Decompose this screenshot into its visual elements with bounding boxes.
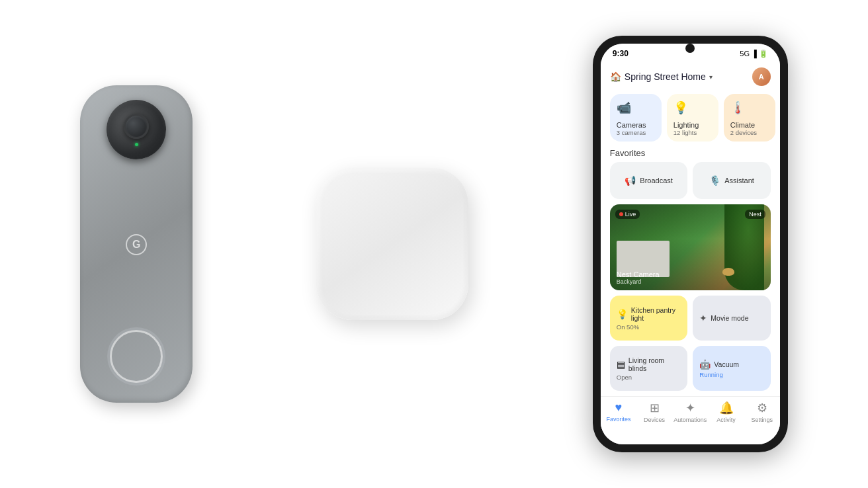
camera-feed[interactable]: Live Nest Nest Camera Backyard [610,204,771,290]
activity-nav-label: Activity [716,417,736,423]
nav-item-settings[interactable]: ⚙ Settings [744,401,780,423]
vacuum-name: Vacuum [714,360,739,368]
vacuum-status: Running [699,371,764,378]
broadcast-shortcut[interactable]: 📢 Broadcast [610,162,688,199]
vacuum-icon: 🤖 [699,359,711,370]
favorites-nav-icon: ♥ [615,401,623,415]
doorbell-middle: G [126,234,147,255]
wifi-hub-wrapper [300,151,485,337]
vacuum-card[interactable]: 🤖 Vacuum Running [693,346,771,391]
google-g-logo: G [126,234,147,255]
avatar[interactable]: A [752,67,771,86]
climate-icon: 🌡️ [730,101,745,115]
nav-item-automations[interactable]: ✦ Automations [672,401,708,423]
movie-mode-card[interactable]: ✦ Movie mode [693,296,771,341]
kitchen-light-name: Kitchen pantry light [631,306,681,322]
scene: G 9:30 5G ▐ 🔋 [0,0,868,488]
devices-nav-label: Devices [644,417,665,423]
cameras-count: 3 cameras [617,129,646,136]
device-row-2: ▤ Living room blinds Open 🤖 Vacuum Runni… [601,346,780,396]
status-icons: 5G ▐ 🔋 [740,50,767,58]
doorbell-camera-housing [107,100,166,159]
broadcast-icon: 📢 [625,175,636,186]
doorbell-camera-lens [124,114,149,139]
sparkle-icon: ✦ [699,313,707,323]
signal-icon: 5G [740,50,750,58]
favorites-section-label: Favorites [601,147,780,162]
assistant-label: Assistant [724,177,754,184]
home-icon: 🏠 [610,71,621,82]
favorites-nav-label: Favorites [606,416,630,423]
doorbell-led [135,143,138,146]
phone-camera-notch [685,44,695,53]
kitchen-light-header: 💡 Kitchen pantry light [617,306,681,322]
blinds-status: Open [617,374,681,381]
climate-label: Climate [730,121,757,129]
doorbell-button-ring[interactable] [110,330,163,383]
home-title[interactable]: 🏠 Spring Street Home ▾ [610,71,713,82]
vacuum-header: 🤖 Vacuum [699,359,764,370]
assistant-shortcut[interactable]: 🎙️ Assistant [693,162,771,199]
category-card-lighting[interactable]: 💡 Lighting 12 lights [667,94,718,142]
activity-nav-icon: 🔔 [719,401,734,415]
nav-item-devices[interactable]: ⊞ Devices [636,401,672,423]
live-dot [619,212,623,216]
cameras-icon: 📹 [617,101,631,115]
movie-mode-header: ✦ Movie mode [699,313,764,323]
status-time: 9:30 [613,49,629,58]
live-text: Live [625,211,636,218]
microphone-icon: 🎙️ [709,175,720,186]
live-badge: Live [615,210,640,219]
category-cards: 📹 Cameras 3 cameras 💡 Lighting 12 lights [601,90,780,147]
dog-decoration [722,268,734,276]
broadcast-label: Broadcast [640,177,673,184]
phone-device: 9:30 5G ▐ 🔋 🏠 Spring Street Home ▾ [593,36,788,452]
kitchen-light-card[interactable]: 💡 Kitchen pantry light On 50% [610,296,688,341]
blinds-card[interactable]: ▤ Living room blinds Open [610,346,688,391]
device-row-1: 💡 Kitchen pantry light On 50% ✦ Movie mo… [601,296,780,346]
battery-icon: 🔋 [759,50,768,58]
app-content: 🏠 Spring Street Home ▾ A 📹 Cameras 3 [601,61,780,444]
nav-item-favorites[interactable]: ♥ Favorites [601,401,636,423]
bottom-nav: ♥ Favorites ⊞ Devices ✦ Automations 🔔 [601,396,780,430]
devices-nav-icon: ⊞ [650,401,660,415]
category-card-cameras[interactable]: 📹 Cameras 3 cameras [610,94,662,142]
light-bulb-icon: 💡 [617,309,628,319]
home-name: Spring Street Home [625,71,706,82]
lighting-label: Lighting [673,121,699,129]
lighting-icon: 💡 [673,101,688,115]
blinds-name: Living room blinds [629,356,681,372]
kitchen-light-status: On 50% [617,323,681,331]
phone-screen: 9:30 5G ▐ 🔋 🏠 Spring Street Home ▾ [601,44,780,444]
camera-location: Backyard [617,278,660,285]
cameras-label: Cameras [617,121,646,129]
lighting-count: 12 lights [673,129,699,136]
wifi-hub-device [316,168,468,320]
climate-count: 2 devices [730,129,757,136]
app-header: 🏠 Spring Street Home ▾ A [601,61,780,90]
camera-label: Nest Camera Backyard [617,270,660,285]
phone-wrapper: 9:30 5G ▐ 🔋 🏠 Spring Street Home ▾ [593,36,788,452]
nav-item-activity[interactable]: 🔔 Activity [708,401,744,423]
camera-name: Nest Camera [617,270,660,278]
blinds-header: ▤ Living room blinds [617,356,681,372]
nest-badge: Nest [745,210,765,219]
doorbell-device: G [80,85,193,403]
automations-nav-icon: ✦ [685,401,695,415]
settings-nav-label: Settings [751,417,773,423]
blinds-icon: ▤ [617,359,625,370]
settings-nav-icon: ⚙ [757,401,767,415]
wifi-icon: ▐ [752,50,757,58]
category-card-climate[interactable]: 🌡️ Climate 2 devices [724,94,775,142]
shortcuts-row: 📢 Broadcast 🎙️ Assistant [601,162,780,204]
automations-nav-label: Automations [673,417,707,423]
chevron-down-icon: ▾ [709,73,713,81]
movie-mode-name: Movie mode [711,314,748,322]
